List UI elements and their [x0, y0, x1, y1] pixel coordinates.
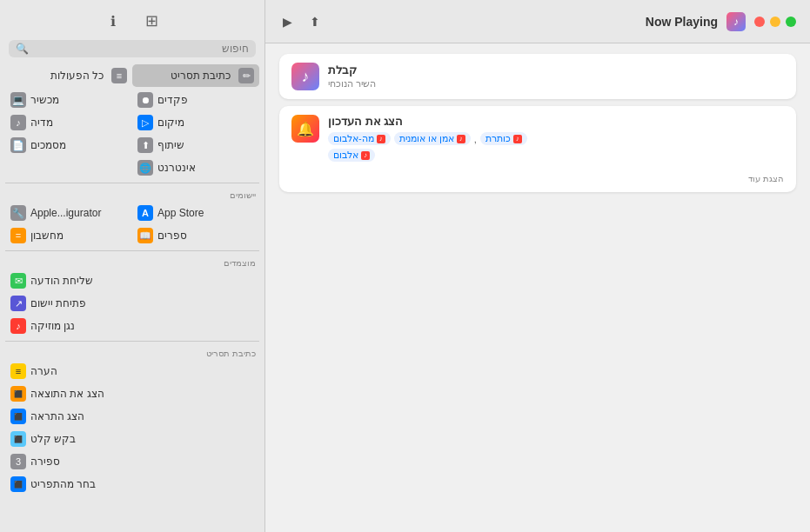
show-result-icon: ⬛	[10, 386, 26, 402]
nav-item-empty	[5, 156, 132, 179]
media-label: מדיה	[30, 116, 53, 129]
nav-item-script[interactable]: כתיבת תסריט ✏	[132, 64, 259, 87]
calculator-label: מחשבון	[30, 229, 64, 242]
location-label: מיקום	[157, 116, 184, 129]
script-show-alert[interactable]: הצג התראה ⬛	[5, 405, 259, 428]
now-playing-title: Now Playing	[646, 15, 718, 29]
music-note-card-icon: ♪	[302, 68, 310, 86]
maximize-button[interactable]	[786, 17, 796, 27]
left-scroll-area: כל הפעולות ≡ כתיבת תסריט ✏ מכשיר 💻 פקדים…	[0, 64, 264, 532]
play-music-icon: ♪	[10, 318, 26, 334]
internet-label: אינטרנט	[157, 162, 196, 174]
calculator-icon: =	[10, 228, 26, 243]
nav-item-internet[interactable]: אינטרנט 🌐	[132, 156, 259, 179]
open-app-icon: ↗	[10, 296, 26, 311]
all-actions-icon: ≡	[111, 68, 127, 83]
script-label: כתיבת תסריט	[171, 70, 231, 82]
note-icon: ≡	[10, 363, 26, 379]
shortcut-open-app[interactable]: פתיחת יישום ↗	[5, 292, 259, 315]
script-items-list: הערה ≡ הצג את התוצאה ⬛ הצג התראה ⬛ בקש ק…	[0, 360, 264, 495]
apple-configurator-icon: 🔧	[10, 205, 26, 221]
right-header: ▶ ⬆ Now Playing ♪	[265, 0, 810, 43]
nav-item-device[interactable]: מכשיר 💻	[5, 89, 132, 111]
tag-album-label: אלבום	[333, 150, 358, 161]
left-panel: ℹ ⊞ 🔍 כל הפעולות ≡ כתיבת תסריט ✏ מכשיר	[0, 0, 265, 532]
tag-title-icon: ♪	[513, 135, 522, 143]
play-button[interactable]: ▶	[279, 10, 296, 33]
share-icon: ⬆	[137, 137, 153, 153]
show-result-label: הצג את התוצאה	[30, 388, 104, 400]
send-message-icon: ✉	[10, 273, 26, 289]
tag-album: ♪ אלבום	[328, 149, 375, 162]
media-icon: ♪	[10, 115, 26, 130]
card1-text: קבלת השיר הנוכחי	[328, 63, 376, 90]
card2-tags: ♪ כותרת , ♪ אמן או אומנית ♪ מה-אלבום	[328, 132, 527, 145]
all-actions-label: כל הפעולות	[50, 70, 104, 82]
card2-icon: 🔔	[291, 115, 319, 143]
books-icon: 📖	[137, 228, 153, 243]
card-get-current-song[interactable]: קבלת השיר הנוכחי ♪	[279, 54, 796, 99]
nav-item-all-actions[interactable]: כל הפעולות ≡	[5, 64, 132, 87]
count-label: ספירה	[30, 456, 60, 468]
bell-icon: 🔔	[297, 121, 314, 137]
divider-2	[5, 250, 259, 251]
section-shortcuts-label: מוצמדים	[0, 255, 264, 269]
shortcut-send-message[interactable]: שליחת הודעה ✉	[5, 269, 259, 292]
card1-subtitle: השיר הנוכחי	[328, 78, 376, 90]
divider-1	[5, 183, 259, 183]
play-icon: ▶	[283, 15, 292, 29]
card1-icon: ♪	[291, 63, 319, 90]
search-bar: 🔍	[9, 40, 256, 57]
card2-title: הצג את העדכון	[328, 115, 403, 128]
suggestions-area: קבלת השיר הנוכחי ♪ הצג את העדכון ♪ כותרת…	[265, 43, 810, 203]
script-count[interactable]: ספירה 3	[5, 450, 259, 473]
share-button[interactable]: ⬆	[306, 10, 324, 33]
card1-title: קבלת	[328, 63, 357, 76]
top-icons-bar: ℹ ⊞	[0, 0, 264, 40]
device-icon: 💻	[10, 92, 26, 108]
script-choose-menu[interactable]: בחר מהתפריט ⬛	[5, 473, 259, 495]
music-note-icon: ♪	[733, 16, 739, 28]
card2-more: הצגת עוד	[748, 174, 784, 183]
tag-album-from-label: מה-אלבום	[333, 133, 374, 144]
shortcuts-list: שליחת הודעה ✉ פתיחת יישום ↗ נגן מוזיקה ♪	[0, 269, 264, 337]
script-ask-input[interactable]: בקש קלט ⬛	[5, 428, 259, 450]
books-label: ספרים	[157, 229, 187, 242]
nav-item-documents[interactable]: מסמכים 📄	[5, 134, 132, 156]
controls-icon: ⏺	[137, 92, 153, 108]
info-button[interactable]: ℹ	[101, 9, 125, 33]
nav-item-books[interactable]: ספרים 📖	[132, 224, 259, 247]
nav-item-calculator[interactable]: מחשבון =	[5, 224, 132, 247]
minimize-button[interactable]	[770, 17, 780, 27]
controls-label: פקדים	[157, 94, 188, 106]
header-right-info: Now Playing ♪	[646, 12, 796, 31]
divider-3	[5, 341, 259, 342]
close-button[interactable]	[754, 17, 765, 27]
nav-item-share[interactable]: שיתוף ⬆	[132, 134, 259, 156]
apple-configurator-label: Apple...igurator	[30, 207, 101, 219]
shortcut-play-music[interactable]: נגן מוזיקה ♪	[5, 315, 259, 337]
nav-item-appstore[interactable]: App Store A	[132, 202, 259, 224]
window-controls	[754, 17, 796, 27]
search-input[interactable]	[32, 43, 249, 55]
nav-item-controls[interactable]: פקדים ⏺	[132, 89, 259, 111]
count-icon: 3	[10, 454, 26, 469]
nav-item-apple-configurator[interactable]: Apple...igurator 🔧	[5, 202, 132, 224]
card-show-notification[interactable]: הצג את העדכון ♪ כותרת , ♪ אמן או אומנית …	[279, 106, 796, 192]
play-music-label: נגן מוזיקה	[30, 320, 75, 332]
nav-pairs: מכשיר 💻 פקדים ⏺ מדיה ♪ מיקום ▷ מסמכים 📄	[0, 89, 264, 179]
info-icon: ℹ	[110, 13, 116, 30]
comma-separator: ,	[474, 134, 477, 144]
note-label: הערה	[30, 365, 57, 377]
script-show-result[interactable]: הצג את התוצאה ⬛	[5, 382, 259, 405]
section-apps-label: יישומים	[0, 187, 264, 202]
add-shortcut-button[interactable]: ⊞	[139, 9, 164, 33]
search-icon: 🔍	[16, 43, 29, 55]
apps-grid: Apple...igurator 🔧 App Store A מחשבון = …	[0, 202, 264, 247]
share-label: שיתוף	[157, 139, 184, 151]
header-left-controls: ▶ ⬆	[279, 10, 324, 33]
nav-item-media[interactable]: מדיה ♪	[5, 111, 132, 134]
script-note[interactable]: הערה ≡	[5, 360, 259, 382]
documents-icon: 📄	[10, 137, 26, 153]
nav-item-location[interactable]: מיקום ▷	[132, 111, 259, 134]
